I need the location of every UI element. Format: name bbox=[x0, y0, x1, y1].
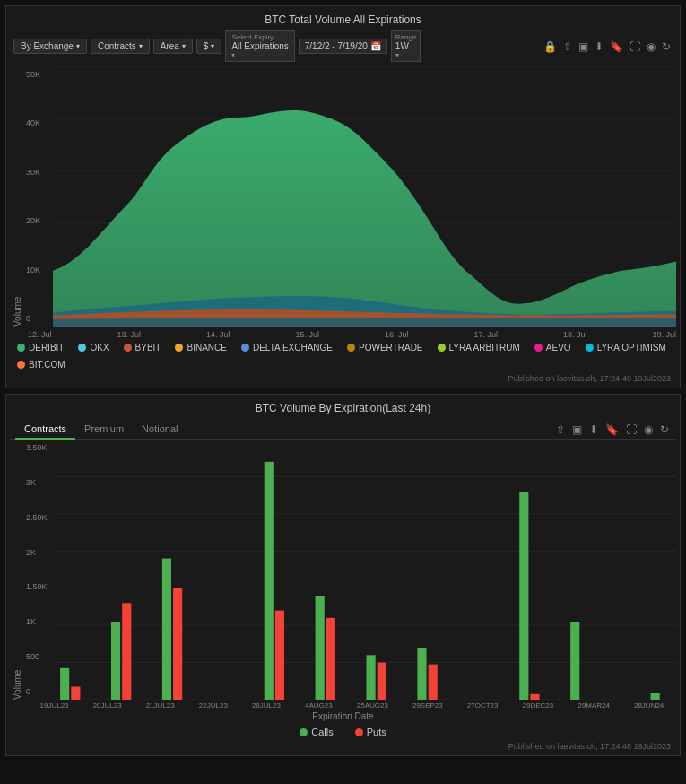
chevron-down-icon: ▾ bbox=[182, 42, 186, 50]
contracts-button[interactable]: Contracts ▾ bbox=[91, 39, 150, 54]
legend-okx: OKX bbox=[78, 343, 109, 353]
chevron-down-icon: ▾ bbox=[211, 42, 214, 50]
calendar-icon: 📅 bbox=[370, 41, 381, 51]
chart1-area: Volume 50K 40K 30K 20K 10K 0 bbox=[10, 66, 676, 327]
share-icon[interactable]: ⇧ bbox=[561, 39, 574, 54]
bar-puts-4aug bbox=[326, 618, 335, 700]
chart2-x-axis: 19JUL23 20JUL23 21JUL23 22JUL23 28JUL23 … bbox=[10, 700, 676, 710]
date-range-picker[interactable]: 7/12/2 - 7/19/20 📅 bbox=[299, 39, 387, 54]
bar-puts-19jul bbox=[71, 687, 80, 701]
chart1-svg-container bbox=[53, 66, 676, 327]
bookmark-icon[interactable]: 🔖 bbox=[604, 422, 621, 437]
chart1-toolbar: By Exchange ▾ Contracts ▾ Area ▾ $ ▾ Sel… bbox=[10, 28, 676, 65]
bookmark-icon[interactable]: 🔖 bbox=[608, 39, 625, 54]
calls-dot bbox=[300, 728, 308, 736]
lyra-opt-dot bbox=[586, 344, 594, 352]
legend-bitcom: BIT.COM bbox=[17, 360, 65, 370]
chevron-down-icon: ▾ bbox=[395, 51, 417, 59]
bar-puts-25aug bbox=[378, 663, 386, 700]
by-exchange-button[interactable]: By Exchange ▾ bbox=[13, 39, 87, 54]
legend-deribit: DERIBIT bbox=[17, 343, 64, 353]
chart1-published: Published on laevitas.ch, 17:24-49 19Jul… bbox=[10, 373, 676, 384]
fullscreen-icon[interactable]: ⛶ bbox=[624, 422, 638, 437]
legend-bybit: BYBIT bbox=[124, 343, 161, 353]
legend-puts: Puts bbox=[355, 727, 386, 737]
download-icon[interactable]: ⬇ bbox=[593, 39, 605, 54]
bar-calls-4aug bbox=[316, 596, 325, 700]
lyra-arb-dot bbox=[438, 344, 446, 352]
bybit-dot bbox=[124, 344, 132, 352]
camera-icon[interactable]: ▣ bbox=[577, 39, 590, 54]
bar-calls-20jul bbox=[111, 622, 120, 700]
select-expiry-dropdown[interactable]: Select Expiry All Expirations ▾ bbox=[225, 30, 294, 62]
refresh-icon[interactable]: ↻ bbox=[658, 422, 671, 437]
chart2-y-axis-label: Volume bbox=[10, 440, 24, 700]
tab-premium[interactable]: Premium bbox=[75, 420, 133, 440]
chart2-title: BTC Volume By Expiration(Last 24h) bbox=[10, 398, 676, 416]
chart2-svg bbox=[56, 440, 676, 700]
puts-dot bbox=[355, 728, 363, 736]
powertrade-dot bbox=[347, 344, 355, 352]
bar-calls-21jul bbox=[162, 559, 171, 700]
chevron-down-icon: ▾ bbox=[139, 42, 143, 50]
chart1-panel: BTC Total Volume All Expirations By Exch… bbox=[5, 5, 681, 388]
chart1-svg bbox=[53, 66, 676, 327]
bar-puts-29dec bbox=[530, 694, 539, 700]
bar-calls-28jun bbox=[651, 693, 660, 700]
bar-calls-29sep bbox=[417, 648, 426, 700]
chart2-panel: BTC Volume By Expiration(Last 24h) Contr… bbox=[5, 394, 681, 756]
bitcom-dot bbox=[17, 361, 25, 369]
bar-puts-28jul bbox=[275, 611, 284, 700]
bar-calls-19jul bbox=[60, 668, 69, 700]
bar-puts-21jul bbox=[173, 588, 182, 700]
chevron-down-icon: ▾ bbox=[76, 42, 80, 50]
bar-calls-25aug bbox=[367, 655, 376, 700]
fullscreen-icon[interactable]: ⛶ bbox=[628, 39, 642, 54]
legend-calls: Calls bbox=[300, 727, 333, 737]
binance-dot bbox=[175, 344, 183, 352]
legend-binance: BINANCE bbox=[175, 343, 226, 353]
chart2-legend: Calls Puts bbox=[10, 723, 676, 741]
download-icon[interactable]: ⬇ bbox=[587, 422, 600, 437]
chart1-icon-group: 🔒 ⇧ ▣ ⬇ 🔖 ⛶ ◉ ↻ bbox=[542, 39, 673, 54]
bar-calls-29mar bbox=[570, 622, 579, 700]
legend-delta: DELTA EXCHANGE bbox=[241, 343, 333, 353]
range-selector[interactable]: Range 1W ▾ bbox=[391, 30, 421, 62]
share-icon[interactable]: ⇧ bbox=[554, 422, 567, 437]
bar-calls-28jul bbox=[265, 462, 274, 700]
tab-contracts[interactable]: Contracts bbox=[15, 420, 75, 440]
chart2-svg-container bbox=[56, 440, 676, 700]
chart1-y-axis-label: Volume bbox=[10, 66, 24, 327]
delta-dot bbox=[241, 344, 249, 352]
area-button[interactable]: Area ▾ bbox=[153, 39, 193, 54]
chevron-down-icon: ▾ bbox=[231, 51, 288, 59]
deribit-dot bbox=[17, 344, 25, 352]
legend-powertrade: POWERTRADE bbox=[347, 343, 423, 353]
chart2-x-axis-title: Expiration Date bbox=[10, 710, 676, 723]
legend-lyra-arb: LYRA ARBITRUM bbox=[438, 343, 520, 353]
aevo-dot bbox=[534, 344, 543, 352]
chart1-x-axis: 12. Jul 13. Jul 14. Jul 15. Jul 16. Jul … bbox=[10, 328, 676, 339]
bar-calls-29dec bbox=[519, 492, 528, 700]
chart2-area: Volume 3.50K 3K 2.50K 2K 1.50K 1K 500 0 bbox=[10, 440, 676, 700]
refresh-icon[interactable]: ↻ bbox=[660, 39, 673, 54]
lock-icon[interactable]: 🔒 bbox=[542, 39, 559, 54]
legend-aevo: AEVO bbox=[534, 343, 571, 353]
chart2-icon-group: ⇧ ▣ ⬇ 🔖 ⛶ ◉ ↻ bbox=[554, 422, 671, 437]
camera-icon[interactable]: ▣ bbox=[570, 422, 584, 437]
eye-icon[interactable]: ◉ bbox=[642, 422, 655, 437]
eye-icon[interactable]: ◉ bbox=[645, 39, 657, 54]
chart2-tabs-bar: Contracts Premium Notional ⇧ ▣ ⬇ 🔖 ⛶ ◉ ↻ bbox=[10, 416, 676, 440]
chart1-title: BTC Total Volume All Expirations bbox=[10, 10, 676, 28]
legend-lyra-opt: LYRA OPTIMISM bbox=[586, 343, 666, 353]
chart1-legend: DERIBIT OKX BYBIT BINANCE DELTA EXCHANGE… bbox=[10, 339, 676, 373]
okx-dot bbox=[78, 344, 86, 352]
bar-puts-29sep bbox=[429, 665, 438, 700]
tab-notional[interactable]: Notional bbox=[133, 420, 187, 440]
chart2-published: Published on laevitas.ch, 17:24:48 19Jul… bbox=[10, 741, 676, 752]
bar-puts-20jul bbox=[122, 603, 131, 700]
dollar-button[interactable]: $ ▾ bbox=[196, 39, 222, 54]
